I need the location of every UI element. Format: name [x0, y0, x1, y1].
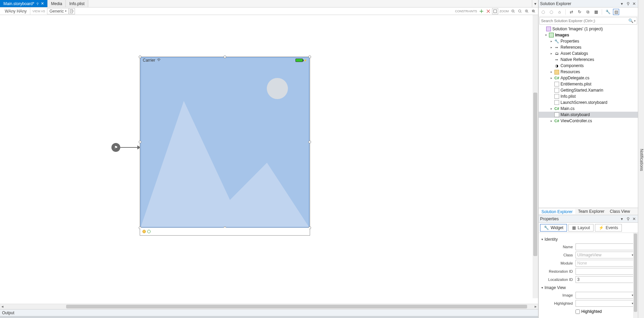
view-controller-scene[interactable]: Carrier ⚡ [140, 57, 310, 236]
tree-row-asset-catalogs[interactable]: 🗂Asset Catalogs [539, 50, 638, 57]
wrench-icon: 🔧 [544, 225, 549, 230]
view-as-dropdown[interactable]: Generic▾ [47, 8, 69, 14]
tab-solution-explorer[interactable]: Solution Explorer [539, 209, 575, 214]
tree-row-appdelegate[interactable]: C#AppDelegate.cs [539, 75, 638, 81]
status-bar-strip [0, 316, 538, 318]
tab-main-storyboard[interactable]: Main.storyboard* ⚲ ✕ [0, 0, 48, 7]
properties-tab-layout[interactable]: ▦Layout [568, 224, 594, 232]
properties-scrollbar[interactable] [633, 233, 638, 318]
field-localization-id: Localization ID 3 [541, 276, 635, 283]
zoom-fit-button[interactable] [517, 8, 523, 14]
zoom-out-button[interactable] [510, 8, 516, 14]
tree-row-entitlements[interactable]: Entitlements.plist [539, 81, 638, 87]
orientation-toggle[interactable] [69, 8, 75, 14]
placeholder-mountains [141, 58, 309, 227]
output-panel-header[interactable]: Output [0, 309, 538, 316]
designer-canvas[interactable]: ⚑ Carrier ⚡ [0, 15, 538, 304]
tree-row-solution[interactable]: Solution 'Images' (1 project) [539, 26, 638, 32]
name-input[interactable] [576, 243, 635, 250]
localization-input[interactable]: 3 [576, 276, 635, 283]
back-icon[interactable]: ◌ [540, 9, 546, 15]
close-icon[interactable]: ✕ [632, 217, 637, 221]
close-icon[interactable]: ✕ [41, 1, 44, 6]
properties-tab-widget[interactable]: 🔧Widget [540, 224, 567, 232]
restoration-input[interactable] [576, 268, 635, 275]
tree-row-getting-started[interactable]: GettingStarted.Xamarin [539, 87, 638, 93]
search-dropdown-icon[interactable]: ▾ [634, 19, 635, 22]
remove-constraint-button[interactable] [485, 8, 491, 14]
resize-handle[interactable] [139, 141, 141, 143]
canvas-horizontal-scrollbar[interactable]: ◂ ▸ [0, 304, 538, 309]
constraints-label: CONSTRAINTS [454, 10, 478, 13]
tree-row-main-storyboard[interactable]: Main.storyboard [539, 112, 638, 118]
add-constraint-button[interactable] [478, 8, 485, 14]
zoom-label: ZOOM [499, 10, 509, 13]
module-input[interactable]: None [576, 260, 635, 267]
search-input[interactable] [541, 19, 628, 23]
tree-row-launchscreen[interactable]: LaunchScreen.storyboard [539, 99, 638, 106]
tree-row-components[interactable]: ◑Components [539, 63, 638, 69]
properties-icon[interactable]: 🔧 [605, 9, 611, 15]
window-position-icon[interactable]: ▾ [619, 217, 624, 221]
resize-handle[interactable] [308, 55, 311, 58]
properties-tab-events[interactable]: ⚡Events [595, 224, 622, 232]
resize-handle[interactable] [139, 55, 141, 58]
class-combo[interactable]: UIImageView [576, 252, 635, 258]
zoom-in-button[interactable] [524, 8, 530, 14]
home-icon[interactable]: ⌂ [556, 9, 563, 15]
first-responder-icon[interactable] [147, 230, 151, 233]
scene-dock[interactable] [140, 227, 309, 235]
window-position-icon[interactable]: ▾ [619, 1, 624, 6]
highlighted-combo[interactable] [576, 300, 635, 307]
preview-icon[interactable]: ▤ [613, 9, 619, 15]
designer-toolbar: WAny HAny VIEW AS Generic▾ CONSTRAINTS Z… [0, 7, 538, 15]
uiimageview[interactable]: Carrier ⚡ [140, 57, 309, 227]
notifications-tab[interactable]: Notifications [638, 0, 644, 318]
tree-row-native-references[interactable]: ▪▪Native References [539, 57, 638, 63]
svg-point-4 [519, 10, 521, 12]
size-class-selector[interactable]: WAny HAny [1, 7, 30, 15]
tree-row-maincs[interactable]: C#Main.cs [539, 106, 638, 112]
close-icon[interactable]: ✕ [632, 1, 637, 6]
tab-class-view[interactable]: Class View [607, 209, 633, 214]
flag-icon: ⚑ [111, 143, 120, 152]
pin-icon[interactable]: ⚲ [36, 2, 39, 5]
section-image-view[interactable]: ▾Image View [541, 285, 635, 290]
zoom-actual-button[interactable] [531, 8, 537, 14]
field-module: Module None [541, 259, 635, 267]
show-all-icon[interactable]: ▦ [593, 9, 599, 15]
properties-body: ▾Identity Name Class UIImageView Module … [539, 233, 638, 318]
solution-tree[interactable]: Solution 'Images' (1 project) Images 🔧Pr… [539, 25, 638, 208]
tab-info-plist[interactable]: Info.plist [66, 0, 88, 7]
frame-rect-button[interactable] [492, 8, 498, 14]
refresh-icon[interactable]: ↻ [577, 9, 583, 15]
tab-team-explorer[interactable]: Team Explorer [575, 209, 607, 214]
svg-marker-8 [141, 101, 309, 227]
pin-icon[interactable]: ⚲ [626, 217, 630, 221]
collapse-icon[interactable]: ⧉ [585, 9, 591, 15]
initial-scene-arrow[interactable]: ⚑ [111, 143, 141, 152]
search-icon[interactable]: 🔍 [628, 18, 633, 23]
resize-handle[interactable] [224, 55, 226, 58]
field-highlighted-check: Highlighted [541, 308, 635, 315]
tree-row-infoplist[interactable]: Info.plist [539, 93, 638, 99]
field-highlighted-image: Highlighted [541, 300, 635, 307]
resize-handle[interactable] [308, 141, 311, 143]
tree-row-viewcontroller[interactable]: C#ViewController.cs [539, 118, 638, 124]
document-tab-dropdown[interactable]: ▾ [532, 0, 538, 7]
view-controller-icon[interactable] [142, 230, 146, 233]
tree-row-properties[interactable]: 🔧Properties [539, 38, 638, 44]
solution-explorer-search[interactable]: 🔍 ▾ [539, 17, 637, 25]
section-identity[interactable]: ▾Identity [541, 237, 635, 242]
tree-row-resources[interactable]: Resources [539, 69, 638, 75]
image-combo[interactable] [576, 292, 635, 299]
canvas-vertical-scrollbar[interactable] [533, 15, 538, 298]
sync-icon[interactable]: ⇄ [568, 9, 574, 15]
forward-icon[interactable]: ◌ [548, 9, 554, 15]
tab-media[interactable]: Media [48, 0, 66, 7]
tree-row-project[interactable]: Images [539, 32, 638, 38]
highlighted-checkbox[interactable] [576, 309, 580, 314]
solution-explorer-header: Solution Explorer ▾ ⚲ ✕ [539, 0, 638, 7]
tree-row-references[interactable]: ▪▪References [539, 44, 638, 50]
pin-icon[interactable]: ⚲ [626, 1, 630, 6]
